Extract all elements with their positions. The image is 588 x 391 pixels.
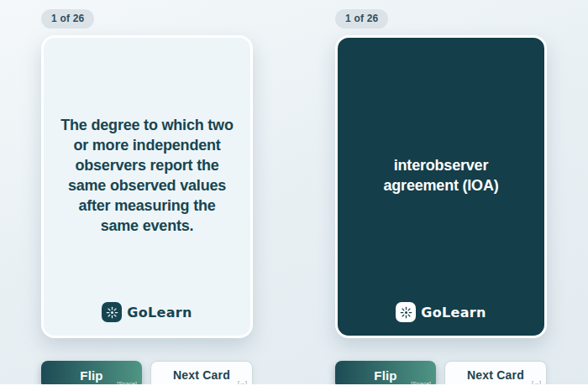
golearn-wordmark: GoLearn [421, 305, 486, 321]
flashcard-front[interactable]: The degree to which two or more independ… [41, 35, 253, 338]
panel-front: 1 of 26 The degree to which two or more … [0, 0, 294, 391]
flip-button-label: Flip [374, 368, 396, 383]
progress-badge: 1 of 26 [41, 9, 94, 29]
golearn-logo: GoLearn [44, 302, 250, 322]
flashcard-back[interactable]: interobserver agreement (IOA) [335, 35, 547, 338]
flashcard-front-text: The degree to which two or more independ… [59, 115, 235, 236]
next-card-button-label: Next Card [467, 368, 524, 382]
flashcard-back-text: interobserver agreement (IOA) [353, 155, 529, 196]
golearn-wordmark: GoLearn [127, 305, 192, 321]
next-card-button-label: Next Card [173, 368, 230, 382]
panel-back: 1 of 26 interobserver agreement (IOA) [294, 0, 588, 391]
sparkle-icon [396, 302, 416, 322]
golearn-logo: GoLearn [338, 302, 544, 322]
footer-strip [0, 384, 588, 391]
progress-badge: 1 of 26 [335, 9, 388, 29]
flashcard-page: 1 of 26 The degree to which two or more … [0, 0, 588, 391]
sparkle-icon [102, 302, 122, 322]
flip-button-label: Flip [80, 368, 102, 383]
